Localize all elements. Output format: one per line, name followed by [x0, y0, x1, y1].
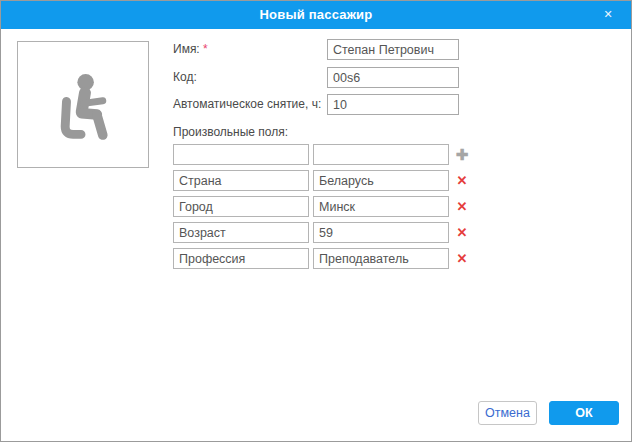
code-label: Код:: [173, 70, 197, 84]
new-field-key-input[interactable]: [173, 144, 309, 165]
field-key-input[interactable]: [173, 248, 309, 269]
auto-remove-label: Автоматическое снятие, ч:: [173, 97, 321, 111]
field-value-input[interactable]: [313, 196, 449, 217]
auto-remove-input[interactable]: [327, 94, 459, 115]
new-passenger-dialog: Новый пассажир ✕ Имя: * Код: Автоматичес…: [0, 0, 632, 442]
field-value-input[interactable]: [313, 222, 449, 243]
seated-passenger-icon: [50, 71, 116, 147]
dialog-titlebar: Новый пассажир ✕: [0, 0, 632, 29]
name-label-text: Имя:: [173, 42, 200, 56]
code-input[interactable]: [327, 67, 459, 88]
field-value-input[interactable]: [313, 170, 449, 191]
remove-field-icon[interactable]: ✕: [451, 196, 473, 217]
add-field-icon[interactable]: ✚: [451, 144, 473, 165]
custom-fields-label: Произвольные поля:: [173, 125, 288, 139]
cancel-button[interactable]: Отмена: [478, 401, 537, 425]
name-input[interactable]: [327, 39, 459, 60]
field-key-input[interactable]: [173, 196, 309, 217]
remove-field-icon[interactable]: ✕: [451, 222, 473, 243]
remove-field-icon[interactable]: ✕: [451, 170, 473, 191]
close-icon[interactable]: ✕: [598, 0, 618, 29]
new-field-value-input[interactable]: [313, 144, 449, 165]
field-value-input[interactable]: [313, 248, 449, 269]
remove-field-icon[interactable]: ✕: [451, 248, 473, 269]
ok-button[interactable]: ОК: [549, 401, 619, 425]
required-asterisk: *: [203, 42, 208, 56]
field-key-input[interactable]: [173, 222, 309, 243]
passenger-photo-placeholder[interactable]: [17, 41, 149, 168]
name-label: Имя: *: [173, 42, 208, 56]
dialog-title: Новый пассажир: [0, 0, 632, 29]
field-key-input[interactable]: [173, 170, 309, 191]
